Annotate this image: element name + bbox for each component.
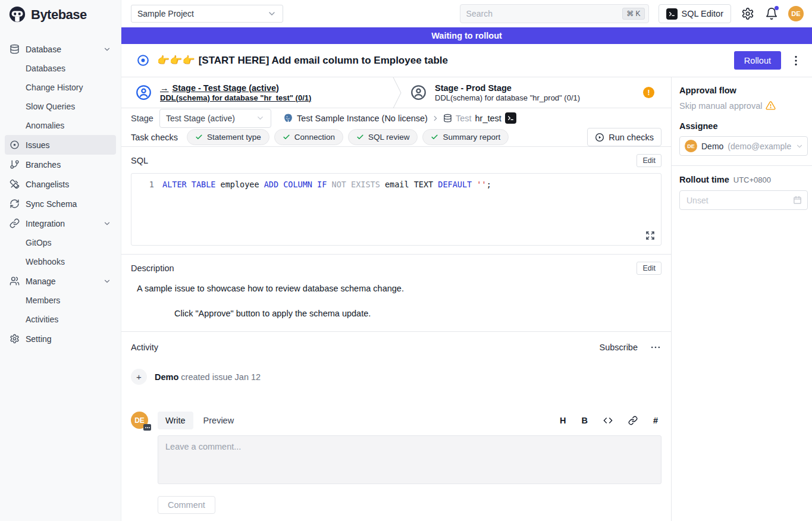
content-row: →Stage - Test Stage (active) DDL(schema)… [121, 77, 812, 521]
assignee-select[interactable]: DE Demo (demo@example [679, 136, 808, 156]
description-edit-button[interactable]: Edit [637, 262, 661, 275]
code-format-button[interactable] [603, 416, 613, 425]
open-sql-editor-icon[interactable] [505, 112, 516, 124]
run-checks-button[interactable]: Run checks [587, 128, 661, 146]
notification-dot [775, 6, 779, 10]
sidebar-item-setting[interactable]: Setting [5, 329, 116, 349]
stage-select-value: Test Stage (active) [166, 114, 235, 123]
calendar-icon [793, 196, 802, 205]
status-banner[interactable]: Waiting to rollout [121, 27, 812, 44]
check-pill-label: Statement type [207, 133, 261, 142]
database-icon [443, 114, 452, 123]
sidebar-item-label: Databases [26, 64, 111, 73]
hash-format-button[interactable]: # [653, 416, 658, 425]
sidebar-item-manage[interactable]: Manage [5, 271, 116, 291]
sidebar-item-label: Setting [26, 334, 111, 344]
link-format-button[interactable] [628, 416, 638, 425]
sql-editor-button[interactable]: SQL Editor [659, 4, 731, 23]
sidebar-item-activities[interactable]: Activities [5, 310, 116, 329]
sidebar-item-gitops[interactable]: GitOps [5, 233, 116, 252]
chevron-down-icon [256, 114, 265, 123]
divider [672, 165, 812, 166]
activity-action: created issue Jan 12 [181, 372, 261, 382]
assignee-email: (demo@example [728, 142, 791, 151]
description-label: Description [131, 263, 174, 273]
run-checks-label: Run checks [609, 133, 654, 142]
stage-card-prod[interactable]: Stage - Prod Stage DDL(schema) for datab… [403, 77, 671, 108]
project-select[interactable]: Sample Project [131, 5, 283, 23]
sql-edit-button[interactable]: Edit [637, 154, 661, 167]
line-number: 1 [131, 180, 154, 189]
users-icon [10, 276, 20, 286]
issue-status-icon [137, 54, 149, 67]
sidebar-item-changelists[interactable]: Changelists [5, 174, 116, 194]
issue-sidebar: Approval flow Skip manual approval Assig… [671, 77, 812, 521]
sidebar-item-integration[interactable]: Integration [5, 214, 116, 233]
check-pill-summary-report[interactable]: Summary report [422, 129, 509, 145]
sidebar-item-anomalies[interactable]: Anomalies [5, 116, 116, 135]
sidebar-item-change-history[interactable]: Change History [5, 78, 116, 97]
sql-editor[interactable]: 1ALTER TABLE employee ADD COLUMN IF NOT … [131, 173, 661, 246]
user-avatar[interactable]: DE [788, 6, 804, 21]
description-text: A sample issue to showcase how to review… [137, 284, 661, 293]
subscribe-button[interactable]: Subscribe [600, 343, 638, 352]
heading-format-button[interactable]: H [560, 416, 566, 425]
sidebar-item-slow-queries[interactable]: Slow Queries [5, 97, 116, 116]
activity-actor[interactable]: Demo [155, 372, 178, 382]
brand-logo[interactable]: Bytebase [0, 0, 121, 29]
issue-title-emoji: 👉👉👉 [157, 54, 195, 67]
plus-icon: + [131, 369, 147, 385]
stage-select[interactable]: Test Stage (active) [159, 109, 271, 128]
main-column: Sample Project ⌘ K SQL Editor DE [121, 0, 812, 521]
stage-card-test[interactable]: →Stage - Test Stage (active) DDL(schema)… [121, 77, 393, 108]
tab-write[interactable]: Write [158, 412, 193, 429]
project-select-value: Sample Project [137, 9, 194, 18]
terminal-icon [666, 8, 678, 20]
comment-input[interactable] [158, 435, 661, 484]
sidebar-item-label: Slow Queries [26, 102, 111, 111]
sidebar-item-webhooks[interactable]: Webhooks [5, 252, 116, 271]
gear-icon [10, 334, 20, 344]
check-pill-sql-review[interactable]: SQL review [348, 129, 418, 145]
check-pill-connection[interactable]: Connection [274, 129, 343, 145]
skip-approval-text: Skip manual approval [679, 101, 762, 111]
rollout-time-input[interactable]: Unset [679, 190, 808, 210]
activity-section: Activity Subscribe + Democreated issue J… [121, 332, 671, 521]
instance-name[interactable]: Test Sample Instance (No license) [297, 114, 428, 123]
check-icon [283, 133, 290, 141]
search-input[interactable] [466, 9, 623, 18]
description-section: Description Edit A sample issue to showc… [121, 255, 671, 332]
tab-preview[interactable]: Preview [196, 412, 242, 429]
pencil-ruler-icon [10, 179, 20, 189]
search-box[interactable]: ⌘ K [460, 4, 649, 23]
postgresql-icon [283, 113, 293, 123]
settings-gear-button[interactable] [741, 7, 755, 21]
check-pill-statement-type[interactable]: Statement type [187, 129, 269, 145]
sidebar-item-members[interactable]: Members [5, 291, 116, 310]
sidebar-item-issues[interactable]: Issues [5, 135, 116, 155]
bold-format-button[interactable]: B [581, 416, 587, 425]
rollout-button[interactable]: Rollout [734, 51, 781, 70]
environment-label: Test [456, 114, 472, 123]
sidebar-item-database[interactable]: Database [5, 39, 116, 59]
sidebar-nav: Database Databases Change History Slow Q… [0, 29, 121, 349]
sidebar-item-label: Anomalies [26, 121, 111, 130]
comment-editor: DE Write Preview H B [131, 412, 661, 514]
comment-submit-button[interactable]: Comment [158, 496, 215, 514]
stage-selector-label: Stage [131, 114, 153, 123]
expand-icon[interactable] [645, 231, 655, 240]
more-options-icon[interactable] [789, 54, 802, 67]
check-pill-label: Connection [294, 133, 335, 142]
sidebar-item-branches[interactable]: Branches [5, 155, 116, 174]
stage-text: →Stage - Test Stage (active) DDL(schema)… [160, 83, 311, 102]
check-icon [356, 133, 364, 141]
sidebar-item-label: Changelists [26, 180, 111, 189]
sidebar-item-sync-schema[interactable]: Sync Schema [5, 194, 116, 214]
notifications-bell-button[interactable] [764, 7, 779, 21]
stage-separator [393, 77, 403, 108]
more-horizontal-icon[interactable] [650, 341, 661, 353]
database-name[interactable]: hr_test [475, 114, 501, 123]
sidebar-item-databases[interactable]: Databases [5, 59, 116, 78]
topbar-actions: ⌘ K SQL Editor DE [460, 4, 804, 23]
sql-section-label: SQL [131, 156, 148, 165]
